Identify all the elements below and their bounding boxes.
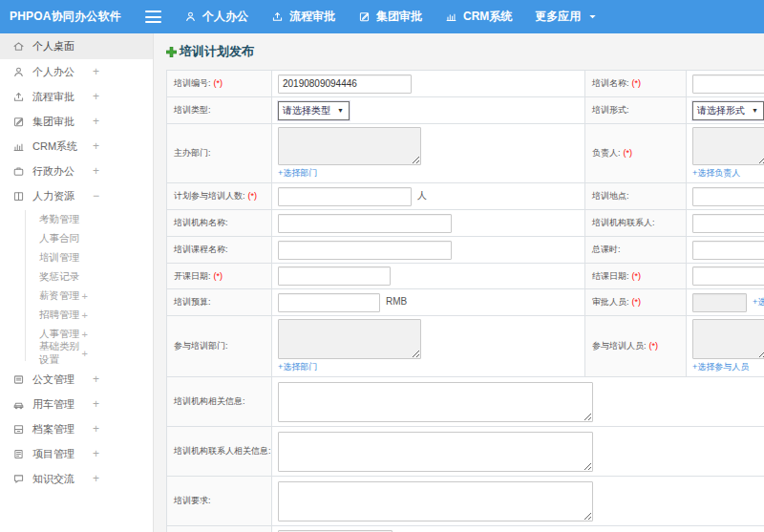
- form-row: 参与培训部门:+选择部门参与培训人员:(*)+选择参与人员: [167, 316, 764, 377]
- collapse-icon[interactable]: −: [93, 190, 99, 202]
- sidebar-item-label: 流程审批: [32, 90, 74, 104]
- attachment-field-cell: +附件上传: [272, 526, 764, 532]
- start-date-input[interactable]: [278, 266, 391, 286]
- training-form-select[interactable]: 请选择形式▼: [692, 101, 764, 120]
- flow-icon: [12, 91, 25, 103]
- user-icon: [184, 11, 197, 23]
- sidebar-item-vehicle[interactable]: 用车管理+: [0, 392, 153, 416]
- training-form-field-cell: 请选择形式▼: [687, 97, 764, 124]
- sidebar-subitem-label: 奖惩记录: [39, 270, 79, 284]
- expand-icon[interactable]: +: [93, 116, 99, 127]
- chat-icon: [12, 473, 25, 485]
- total-hours-label: 总课时:: [585, 237, 687, 264]
- approver-input[interactable]: [692, 293, 747, 312]
- training-requirements-field-cell: [272, 477, 764, 526]
- nav-item-crm[interactable]: CRM系统: [445, 9, 512, 25]
- org-contact-info-textarea[interactable]: [278, 432, 593, 472]
- sidebar-item-workflow-approval[interactable]: 流程审批+: [0, 84, 153, 109]
- approver-select-link[interactable]: +选择审批人员: [753, 297, 764, 307]
- training-no-input[interactable]: [278, 74, 412, 94]
- training-name-input[interactable]: [692, 74, 764, 94]
- participating-depts-select-link[interactable]: +选择部门: [278, 361, 579, 373]
- org-info-label: 培训机构相关信息:: [167, 377, 272, 427]
- training-place-input[interactable]: [692, 187, 764, 206]
- training-name-field-cell: [687, 71, 764, 97]
- leader-select-link[interactable]: +选择负责人: [692, 167, 764, 180]
- nav-item-label: 更多应用: [535, 9, 581, 25]
- expand-icon[interactable]: +: [93, 165, 99, 177]
- org-contact-input[interactable]: [692, 214, 764, 233]
- course-name-input[interactable]: [278, 241, 452, 260]
- expand-icon[interactable]: +: [82, 330, 88, 340]
- sidebar-item-desktop[interactable]: 个人桌面: [0, 33, 153, 59]
- sidebar-item-admin-office[interactable]: 行政办公+: [0, 159, 153, 183]
- expand-icon[interactable]: +: [93, 91, 99, 102]
- sidebar-item-personal-office[interactable]: 个人办公+: [0, 59, 153, 84]
- nav-item-group-approval[interactable]: 集团审批: [358, 9, 422, 25]
- training-form-label: 培训形式:: [585, 97, 687, 124]
- expand-icon[interactable]: +: [93, 373, 99, 385]
- required-marker: (*): [214, 78, 223, 88]
- form-row: 培训类型:请选择类型▼培训形式:请选择形式▼: [167, 97, 764, 124]
- budget-input[interactable]: [278, 293, 380, 312]
- sidebar-submenu-hr: 考勤管理人事合同培训管理奖惩记录薪资管理+招聘管理+人事管理+基础类别设置+: [0, 208, 153, 367]
- training-requirements-label: 培训要求:: [167, 477, 272, 526]
- sidebar-subitem-hr-contract[interactable]: 人事合同: [0, 229, 153, 248]
- briefcase-icon: [12, 165, 25, 178]
- training-requirements-textarea[interactable]: [278, 481, 593, 521]
- expand-icon[interactable]: +: [93, 423, 99, 435]
- training-type-select[interactable]: 请选择类型▼: [278, 101, 350, 120]
- end-date-input[interactable]: [692, 266, 764, 286]
- sidebar-item-crm[interactable]: CRM系统+: [0, 134, 153, 159]
- org-info-textarea[interactable]: [278, 382, 593, 422]
- org-name-input[interactable]: [278, 214, 452, 233]
- expand-icon[interactable]: +: [82, 349, 88, 359]
- sidebar-subitem-training[interactable]: 培训管理: [0, 248, 153, 267]
- expand-icon[interactable]: +: [82, 310, 88, 321]
- sidebar-item-label: 个人办公: [32, 65, 74, 79]
- sidebar-subitem-label: 考勤管理: [39, 213, 79, 226]
- app-title: PHPOA协同办公软件: [0, 9, 136, 25]
- sidebar-subitem-salary[interactable]: 薪资管理+: [0, 287, 153, 306]
- sidebar-item-projects[interactable]: 项目管理+: [0, 441, 153, 466]
- sidebar: 个人桌面个人办公+流程审批+集团审批+CRM系统+行政办公+人力资源−考勤管理人…: [0, 33, 154, 532]
- project-icon: [12, 448, 25, 460]
- plus-icon: [166, 47, 177, 57]
- expand-icon[interactable]: +: [93, 398, 99, 410]
- required-marker: (*): [632, 271, 642, 281]
- total-hours-input[interactable]: [692, 241, 764, 260]
- nav-item-workflow-approval[interactable]: 流程审批: [271, 9, 335, 25]
- expand-icon[interactable]: +: [93, 66, 99, 77]
- sidebar-item-group-approval[interactable]: 集团审批+: [0, 109, 153, 134]
- participants-select-link[interactable]: +选择参与人员: [692, 361, 764, 373]
- nav-item-more-apps[interactable]: 更多应用: [535, 9, 599, 25]
- menu-toggle-icon[interactable]: [145, 11, 161, 23]
- participating-depts-label: 参与培训部门:: [167, 316, 272, 377]
- form-row: 培训课程名称:总课时:: [167, 237, 764, 264]
- sidebar-subitem-attendance[interactable]: 考勤管理: [0, 210, 153, 229]
- leader-textarea[interactable]: [692, 127, 764, 165]
- host-dept-select-link[interactable]: +选择部门: [278, 167, 579, 180]
- planned-participants-input[interactable]: [278, 187, 412, 206]
- doc-icon: [12, 373, 25, 386]
- host-dept-textarea[interactable]: [278, 127, 421, 165]
- sidebar-item-hr[interactable]: 人力资源−: [0, 183, 153, 208]
- sidebar-item-official-doc[interactable]: 公文管理+: [0, 367, 153, 392]
- sidebar-subitem-base-category[interactable]: 基础类别设置+: [0, 344, 153, 363]
- expand-icon[interactable]: +: [93, 140, 99, 152]
- sidebar-subitem-reward-punish[interactable]: 奖惩记录: [0, 267, 153, 287]
- budget-field-cell: RMB: [272, 289, 585, 316]
- sidebar-subitem-recruit[interactable]: 招聘管理+: [0, 306, 153, 325]
- sidebar-item-archives[interactable]: 档案管理+: [0, 416, 153, 441]
- participating-depts-textarea[interactable]: [278, 319, 421, 359]
- expand-icon[interactable]: +: [93, 473, 99, 484]
- expand-icon[interactable]: +: [93, 448, 99, 459]
- participants-textarea[interactable]: [692, 319, 764, 359]
- participants-field-cell: +选择参与人员: [687, 316, 764, 377]
- nav-item-personal-office[interactable]: 个人办公: [184, 9, 248, 25]
- attachment-label: 附件文档:: [167, 526, 272, 532]
- training-place-field-cell: [687, 183, 764, 210]
- sidebar-item-knowledge[interactable]: 知识交流+: [0, 466, 153, 491]
- expand-icon[interactable]: +: [82, 291, 88, 302]
- sidebar-subitem-label: 人事管理: [39, 328, 79, 341]
